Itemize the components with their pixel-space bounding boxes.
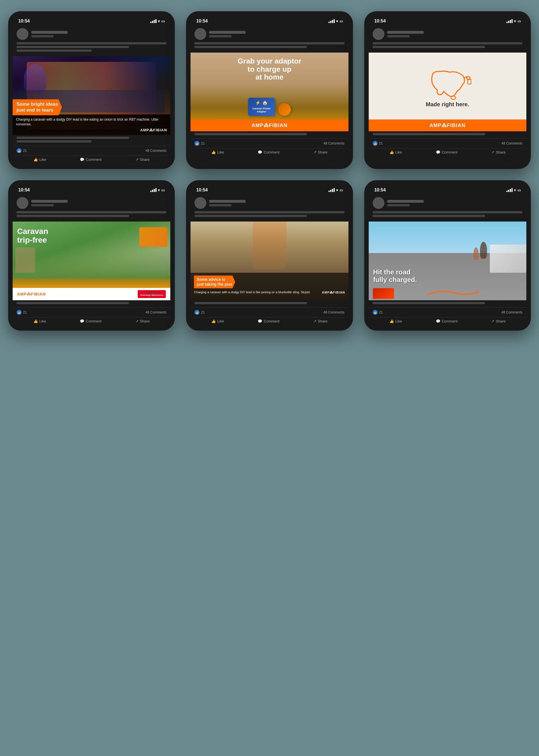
post-image-2: Grab your adaptor to charge up at home ⚡… [191,52,348,131]
comment-button-3[interactable]: 💬 Comment [436,150,457,154]
post-caption-1: Charging a caravan with a dodgy DIY lead… [13,115,170,135]
like-button-2[interactable]: 👍 Like [211,150,224,154]
fb-header-5 [191,194,348,221]
signal-icon-5 [329,188,335,192]
product-visual: ⚡ 🏠 Caravan Power Adaptor [191,98,348,116]
post-image-5: Some advice is just taking the piss Char… [191,221,348,300]
fb-actions-5[interactable]: 👍 Like 💬 Comment ↗ Share [191,317,348,326]
reactions-2: 👍 21 48 Comments [191,138,348,148]
comment-button-5[interactable]: 💬 Comment [258,319,279,323]
adaptor-headline: Grab your adaptor to charge up at home [195,57,344,81]
product-cable [278,103,291,116]
share-button-4[interactable]: ↗ Share [135,319,150,323]
battery-icon-3: ▭ [517,19,521,23]
like-icon-1: 👍 [34,157,38,162]
wifi-icon-6: ▾ [514,188,516,192]
phone-4: 10:54 ▾ ▭ [8,180,175,331]
share-icon-1: ↗ [135,157,138,162]
wifi-icon-5: ▾ [336,188,338,192]
brand-logo-2: AMP⁂FIBIAN [252,122,287,128]
time-1: 10:54 [18,19,30,24]
comment-icon-1: 💬 [80,157,84,162]
signal-icon-6 [506,188,512,192]
caravan-brand-bar: AMP⁂FIBIAN Available at Bunnings Warehou… [13,288,170,300]
battery-icon-1: ▭ [161,19,165,23]
time-6: 10:54 [374,188,386,193]
battery-icon-4: ▭ [161,188,165,192]
brand-logo-3: AMP⁂FIBIAN [429,122,465,128]
user-info-1 [31,31,166,38]
made-here-text: Made right here. [426,101,469,108]
phone-grid: 10:54 ▾ ▭ [8,11,531,331]
like-button-5[interactable]: 👍 Like [211,319,224,323]
phone-6: 10:54 ▾ ▭ [364,180,531,331]
like-button-1[interactable]: 👍 Like [34,157,46,162]
fb-header-3 [369,25,526,52]
status-bar-4: 10:54 ▾ ▭ [13,185,170,194]
fb-actions-3[interactable]: 👍 Like 💬 Comment ↗ Share [369,148,526,157]
share-button-2[interactable]: ↗ Share [313,150,328,154]
cable-svg [369,284,526,300]
signal-icon-4 [150,188,157,192]
fb-actions-2[interactable]: 👍 Like 💬 Comment ↗ Share [191,148,348,157]
like-button-6[interactable]: 👍 Like [390,319,402,323]
text-lines-1 [17,42,166,52]
svg-point-0 [451,96,456,99]
australia-content: Made right here. [369,52,526,120]
bright-ideas-badge: Some bright ideas just end in tears [13,99,62,115]
status-icons-1: ▾ ▭ [150,19,165,23]
reactions-4: 👍 21 48 Comments [13,307,170,317]
fb-actions-4[interactable]: 👍 Like 💬 Comment ↗ Share [13,317,170,326]
name-bar-1 [31,31,68,34]
battery-icon-5: ▭ [340,188,343,192]
status-bar-3: 10:54 ▾ ▭ [369,16,526,25]
share-button-1[interactable]: ↗ Share [135,157,150,162]
post-image-1: Some bright ideas just end in tears Char… [13,56,170,135]
like-button-4[interactable]: 👍 Like [34,319,46,323]
status-bar-6: 10:54 ▾ ▭ [369,185,526,194]
status-bar-1: 10:54 ▾ ▭ [13,16,170,25]
reactions-3: 👍 21 48 Comments [369,138,526,148]
time-2: 10:54 [196,19,208,24]
comment-button-2[interactable]: 💬 Comment [258,150,279,154]
wifi-icon-3: ▾ [514,19,516,23]
time-4: 10:54 [18,188,30,193]
signal-icon-1 [150,19,157,23]
brand-logo-5: AMP⁂FIBIAN [322,291,345,294]
brand-bar-3: AMP⁂FIBIAN [369,120,526,131]
advice-badge: Some advice is just taking the piss [194,276,235,289]
reactions-6: 👍 21 48 Comments [369,307,526,317]
share-button-5[interactable]: ↗ Share [313,319,328,323]
avatar-2 [194,28,206,40]
time-3: 10:54 [374,19,386,24]
status-bar-2: 10:54 ▾ ▭ [191,16,348,25]
signal-icon-3 [506,19,512,23]
wifi-icon-4: ▾ [158,188,160,192]
brand-logo-1: AMP⁂FIBIAN [140,128,167,132]
fb-header-2 [191,25,348,52]
product-box: ⚡ 🏠 Caravan Power Adaptor [248,98,275,116]
fb-actions-6[interactable]: 👍 Like 💬 Comment ↗ Share [369,317,526,326]
like-button-3[interactable]: 👍 Like [390,150,402,154]
comment-button-6[interactable]: 💬 Comment [436,319,457,323]
phone-3: 10:54 ▾ ▭ [364,11,531,169]
share-button-3[interactable]: ↗ Share [491,150,505,154]
brand-bar-2: AMP⁂FIBIAN [191,120,348,131]
reactions-5: 👍 21 48 Comments [191,307,348,317]
battery-icon-6: ▭ [517,188,521,192]
fb-header-6 [369,194,526,221]
hitroad-headline: Hit the road fully charged. [373,269,417,284]
sub-bar-1 [31,35,54,38]
share-button-6[interactable]: ↗ Share [491,319,505,323]
comment-button-1[interactable]: 💬 Comment [80,157,102,162]
status-bar-5: 10:54 ▾ ▭ [191,185,348,194]
avatar-1 [17,28,29,40]
post-image-4: Caravan trip-free AMP⁂FIBIAN Available a… [13,221,170,300]
fb-header-4 [13,194,170,221]
comment-button-4[interactable]: 💬 Comment [80,319,102,323]
fb-header-1 [13,25,170,56]
fb-actions-1[interactable]: 👍 Like 💬 Comment ↗ Share [13,155,170,164]
phone-5: 10:54 ▾ ▭ [186,180,353,331]
australia-map-icon [424,65,471,101]
advice-caption: Charging a caravan with a dodgy DIY lead… [194,290,320,294]
